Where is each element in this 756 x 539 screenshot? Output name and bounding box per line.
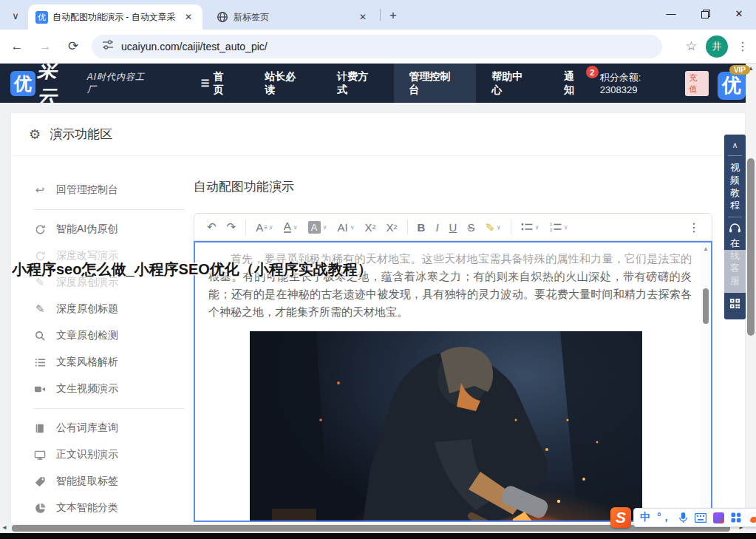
address-bar[interactable]: ucaiyun.com/caiji/test_auto_pic/ <box>92 35 662 58</box>
recharge-button[interactable]: 充值 <box>685 71 709 96</box>
strikethrough-button[interactable]: S <box>462 214 480 240</box>
reload-button[interactable]: ⟳ <box>62 35 84 58</box>
sidebar-item-back-console[interactable]: ↩ 回管理控制台 <box>33 177 185 203</box>
tab-active[interactable]: 优 自动配图功能演示 - 自动文章采 ✕ <box>28 4 202 30</box>
font-color-button[interactable]: A∨ <box>279 214 303 240</box>
rich-text-editor[interactable]: 首先，要寻觅到极为稀有的天材地宝。这些天材地宝需具备特殊的属性和力量，它们是法宝… <box>194 241 712 522</box>
subscript-button[interactable]: X2 <box>359 214 381 240</box>
virtual-keyboard-icon[interactable] <box>695 513 706 523</box>
sidebar-item-text-classification[interactable]: 文本智能分类 <box>33 495 185 521</box>
screen: ∨ 优 自动配图功能演示 - 自动文章采 ✕ 新标签页 ✕ + — ✕ ← → … <box>0 0 756 539</box>
new-tab-button[interactable]: + <box>384 7 402 24</box>
main-nav: ☰ 首页 站长必读 计费方式 管理控制台 帮助中心 通知 2 <box>185 64 600 103</box>
numbered-list-button[interactable]: 12 ∨ <box>545 214 573 240</box>
account-avatar[interactable]: 优 <box>718 72 746 100</box>
sidebar-item-ai-rewrite[interactable]: 智能AI伪原创 <box>33 216 185 243</box>
vertical-scroll-thumb[interactable] <box>747 158 755 336</box>
forward-button[interactable]: → <box>34 35 56 58</box>
sidebar-item-body-recognition[interactable]: 正文识别演示 <box>33 441 185 468</box>
url-text[interactable]: ucaiyun.com/caiji/test_auto_pic/ <box>121 41 268 52</box>
restore-button[interactable] <box>688 0 722 27</box>
bullet-list-button[interactable]: ∨ <box>516 214 545 240</box>
sidebar-item-original-title[interactable]: ✎ 深度原创标题 <box>33 296 185 322</box>
chevron-down-icon: ∨ <box>535 224 539 231</box>
back-to-top-button[interactable]: ∧ <box>732 140 738 150</box>
sidebar-item-label: 文生视频演示 <box>56 382 118 396</box>
underline-button[interactable]: U <box>444 214 463 240</box>
minimize-button[interactable]: — <box>654 0 688 27</box>
refresh-icon <box>33 224 47 235</box>
toolbar-more-button[interactable]: ⋮ <box>684 220 704 234</box>
site-logo-text[interactable]: 采云 <box>37 57 80 110</box>
editor-paragraph[interactable]: 首先，要寻觅到极为稀有的天材地宝。这些天材地宝需具备特殊的属性和力量，它们是法宝… <box>195 243 711 321</box>
widget-highlight-overlay <box>724 250 746 293</box>
browser-menu-icon[interactable]: ⋮ <box>737 39 749 53</box>
bold-button[interactable]: B <box>412 214 431 240</box>
sidebar-item-tag-extraction[interactable]: 智能提取标签 <box>33 468 185 495</box>
sidebar-item-label: 回管理控制台 <box>56 183 118 197</box>
chevron-down-icon: ∨ <box>564 224 568 231</box>
tab-search-button[interactable]: ∨ <box>6 6 25 25</box>
scroll-left-icon[interactable]: ◄ <box>1 524 7 531</box>
sidebar-item-label: 文章原创检测 <box>56 329 118 342</box>
edit-icon: ✎ <box>33 302 47 316</box>
nav-item-must-read[interactable]: 站长必读 <box>249 64 321 103</box>
card-header: ⚙ 演示功能区 <box>11 113 745 156</box>
tab-title: 自动配图功能演示 - 自动文章采 <box>52 11 177 24</box>
nav-item-help[interactable]: 帮助中心 <box>476 64 548 103</box>
tab-close-icon[interactable]: ✕ <box>356 10 370 24</box>
bg-color-button[interactable]: A∨ <box>303 214 333 240</box>
sogou-logo-icon[interactable]: S <box>610 507 631 528</box>
toolbar-divider <box>407 220 408 234</box>
ime-skin-icon[interactable] <box>713 512 724 523</box>
nav-item-home[interactable]: ☰ 首页 <box>185 64 249 103</box>
nav-label: 通知 <box>564 70 585 97</box>
ime-emoji-icon[interactable] <box>748 512 756 523</box>
nav-label: 首页 <box>213 70 234 97</box>
sidebar-divider <box>33 209 185 210</box>
editor-scrollbar[interactable]: ▲ <box>701 243 711 521</box>
qr-code-icon[interactable] <box>729 298 740 312</box>
site-settings-icon[interactable] <box>102 39 114 54</box>
notification-badge: 2 <box>586 66 599 78</box>
chevron-down-icon: ∨ <box>350 224 355 231</box>
section-title: 演示功能区 <box>50 126 112 143</box>
article-image[interactable] <box>250 331 642 522</box>
profile-avatar[interactable]: 井 <box>706 35 728 58</box>
scroll-up-icon[interactable]: ▲ <box>701 245 711 252</box>
site-header: 优 采云 AI时代内容工厂 ☰ 首页 站长必读 计费方式 管理控制台 帮助中心 … <box>0 64 756 103</box>
sidebar-item-style-analysis[interactable]: 文案风格解析 <box>33 349 185 376</box>
list-icon: ☰ <box>201 78 210 89</box>
microphone-icon[interactable] <box>678 512 688 523</box>
ime-language-toggle[interactable]: 中 <box>640 511 650 524</box>
highlight-button[interactable]: ✎∨ <box>480 214 505 240</box>
sidebar-divider <box>33 408 185 409</box>
ime-tools-grid-icon[interactable] <box>731 512 741 523</box>
sidebar-item-originality-check[interactable]: 文章原创检测 <box>33 322 185 349</box>
nav-item-console[interactable]: 管理控制台 <box>394 64 477 103</box>
bookmark-star-icon[interactable]: ☆ <box>686 38 697 54</box>
letter-spacing-button[interactable]: AI∨ <box>332 214 359 240</box>
sidebar-item-label: 智能提取标签 <box>56 475 118 488</box>
sidebar-item-text-to-video[interactable]: 文生视频演示 <box>33 376 185 402</box>
video-tutorial-button[interactable]: 视频教程 <box>729 161 740 211</box>
ime-bar: 中 °， <box>633 508 756 527</box>
italic-button[interactable]: I <box>430 214 443 240</box>
sidebar-item-label: 文本智能分类 <box>56 501 118 515</box>
back-button[interactable]: ← <box>6 35 28 58</box>
tab-new-tab-page[interactable]: 新标签页 ✕ <box>208 4 377 30</box>
nav-item-notifications[interactable]: 通知 2 <box>548 64 600 103</box>
superscript-button[interactable]: X2 <box>381 214 403 240</box>
ime-punctuation-toggle[interactable]: °， <box>657 511 672 524</box>
tab-close-icon[interactable]: ✕ <box>182 10 195 24</box>
nav-item-pricing[interactable]: 计费方式 <box>321 64 394 103</box>
page-vertical-scrollbar[interactable]: ▲ <box>746 64 756 523</box>
close-button[interactable]: ✕ <box>722 0 756 27</box>
pie-chart-icon <box>33 503 47 514</box>
site-logo-icon[interactable]: 优 <box>10 71 35 96</box>
undo-button[interactable]: ↶ <box>202 214 222 240</box>
sidebar-item-public-lexicon[interactable]: 公有词库查询 <box>33 415 185 441</box>
redo-button[interactable]: ↷ <box>222 214 242 240</box>
editor-scroll-thumb[interactable] <box>703 288 709 324</box>
font-size-button[interactable]: A≡∨ <box>251 214 279 240</box>
